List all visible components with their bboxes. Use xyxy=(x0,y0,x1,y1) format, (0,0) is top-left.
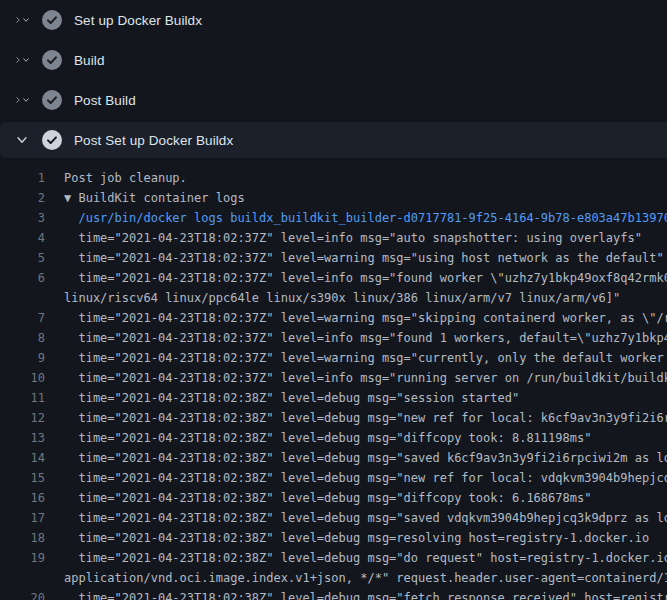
check-circle-icon xyxy=(42,90,62,110)
log-line: linux/riscv64 linux/ppc64le linux/s390x … xyxy=(0,288,667,308)
line-number: 13 xyxy=(0,428,45,448)
log-text: time="2021-04-23T18:02:38Z" level=debug … xyxy=(64,528,649,548)
log-line: 13 time="2021-04-23T18:02:38Z" level=deb… xyxy=(0,428,667,448)
log-line: 1 Post job cleanup. xyxy=(0,168,667,188)
line-number: 20 xyxy=(0,588,45,600)
line-number: 16 xyxy=(0,488,45,508)
chevron-icon xyxy=(14,52,30,68)
log-text: time="2021-04-23T18:02:38Z" level=debug … xyxy=(64,508,667,528)
log-text: time="2021-04-23T18:02:38Z" level=debug … xyxy=(64,408,667,428)
steps-list: Set up Docker Buildx Build xyxy=(0,0,667,158)
line-number: 9 xyxy=(0,348,45,368)
log-line: 3 /usr/bin/docker logs buildx_buildkit_b… xyxy=(0,208,667,228)
chevron-down-icon xyxy=(22,13,30,27)
line-number: 4 xyxy=(0,228,45,248)
line-number: 7 xyxy=(0,308,45,328)
log-line: 14 time="2021-04-23T18:02:38Z" level=deb… xyxy=(0,448,667,468)
chevron-down-icon xyxy=(22,53,30,67)
chevron-right-icon xyxy=(14,93,22,107)
log-line: 11 time="2021-04-23T18:02:38Z" level=deb… xyxy=(0,388,667,408)
log-command-text: /usr/bin/docker logs buildx_buildkit_bui… xyxy=(64,208,667,228)
line-number: 17 xyxy=(0,508,45,528)
log-text: time="2021-04-23T18:02:37Z" level=info m… xyxy=(64,328,667,348)
step-row-2[interactable]: Post Build xyxy=(0,80,667,120)
log-line: 4 time="2021-04-23T18:02:37Z" level=info… xyxy=(0,228,667,248)
log-line: 17 time="2021-04-23T18:02:38Z" level=deb… xyxy=(0,508,667,528)
log-text: time="2021-04-23T18:02:37Z" level=warnin… xyxy=(64,348,667,368)
line-number: 5 xyxy=(0,248,45,268)
chevron-right-icon xyxy=(14,53,22,67)
log-line: 19 time="2021-04-23T18:02:38Z" level=deb… xyxy=(0,548,667,568)
log-text: time="2021-04-23T18:02:38Z" level=debug … xyxy=(64,548,667,568)
log-output[interactable]: 1 Post job cleanup. 2 ▼ BuildKit contain… xyxy=(0,160,667,600)
log-line: 2 ▼ BuildKit container logs xyxy=(0,188,667,208)
log-text: time="2021-04-23T18:02:38Z" level=debug … xyxy=(64,588,667,600)
chevron-icon xyxy=(14,132,30,148)
line-number: 19 xyxy=(0,548,45,568)
line-number: 3 xyxy=(0,208,45,228)
line-number: 6 xyxy=(0,268,45,288)
log-line: 16 time="2021-04-23T18:02:38Z" level=deb… xyxy=(0,488,667,508)
chevron-right-icon xyxy=(14,13,22,27)
chevron-down-icon xyxy=(22,93,30,107)
log-line: 15 time="2021-04-23T18:02:38Z" level=deb… xyxy=(0,468,667,488)
check-circle-icon xyxy=(42,50,62,70)
log-line: 18 time="2021-04-23T18:02:38Z" level=deb… xyxy=(0,528,667,548)
chevron-icon xyxy=(14,92,30,108)
actions-log-viewer: Set up Docker Buildx Build xyxy=(0,0,667,600)
log-text: time="2021-04-23T18:02:37Z" level=warnin… xyxy=(64,308,667,328)
step-title: Set up Docker Buildx xyxy=(74,13,202,28)
line-number xyxy=(0,568,45,588)
log-text: time="2021-04-23T18:02:38Z" level=debug … xyxy=(64,448,667,468)
line-number: 18 xyxy=(0,528,45,548)
check-circle-icon xyxy=(42,10,62,30)
log-line: 10 time="2021-04-23T18:02:37Z" level=inf… xyxy=(0,368,667,388)
log-line: 12 time="2021-04-23T18:02:38Z" level=deb… xyxy=(0,408,667,428)
step-row-1[interactable]: Build xyxy=(0,40,667,80)
log-text: time="2021-04-23T18:02:37Z" level=info m… xyxy=(64,228,642,248)
step-row-3[interactable]: Post Set up Docker Buildx xyxy=(0,122,667,158)
log-text: time="2021-04-23T18:02:37Z" level=info m… xyxy=(64,268,667,288)
log-text: time="2021-04-23T18:02:38Z" level=debug … xyxy=(64,388,519,408)
log-line: 6 time="2021-04-23T18:02:37Z" level=info… xyxy=(0,268,667,288)
line-number: 1 xyxy=(0,168,45,188)
log-line: 8 time="2021-04-23T18:02:37Z" level=info… xyxy=(0,328,667,348)
log-text: time="2021-04-23T18:02:37Z" level=warnin… xyxy=(64,248,664,268)
step-title: Post Build xyxy=(74,93,136,108)
log-text: application/vnd.oci.image.index.v1+json,… xyxy=(64,568,667,588)
chevron-down-icon xyxy=(15,133,29,147)
log-text: time="2021-04-23T18:02:38Z" level=debug … xyxy=(64,428,591,448)
log-text: linux/riscv64 linux/ppc64le linux/s390x … xyxy=(64,288,620,308)
line-number: 14 xyxy=(0,448,45,468)
log-text: time="2021-04-23T18:02:37Z" level=info m… xyxy=(64,368,667,388)
step-title: Build xyxy=(74,53,105,68)
line-number: 12 xyxy=(0,408,45,428)
line-number: 8 xyxy=(0,328,45,348)
line-number: 2 xyxy=(0,188,45,208)
check-circle-icon xyxy=(42,130,62,150)
log-text: Post job cleanup. xyxy=(64,168,187,188)
step-row-0[interactable]: Set up Docker Buildx xyxy=(0,0,667,40)
log-line: 9 time="2021-04-23T18:02:37Z" level=warn… xyxy=(0,348,667,368)
line-number xyxy=(0,288,45,308)
log-text: time="2021-04-23T18:02:38Z" level=debug … xyxy=(64,488,591,508)
log-group-toggle[interactable]: ▼ BuildKit container logs xyxy=(64,188,245,208)
log-line: 20 time="2021-04-23T18:02:38Z" level=deb… xyxy=(0,588,667,600)
step-title: Post Set up Docker Buildx xyxy=(74,133,233,148)
log-text: time="2021-04-23T18:02:38Z" level=debug … xyxy=(64,468,667,488)
log-line: 7 time="2021-04-23T18:02:37Z" level=warn… xyxy=(0,308,667,328)
log-line: application/vnd.oci.image.index.v1+json,… xyxy=(0,568,667,588)
line-number: 10 xyxy=(0,368,45,388)
chevron-icon xyxy=(14,12,30,28)
log-line: 5 time="2021-04-23T18:02:37Z" level=warn… xyxy=(0,248,667,268)
line-number: 11 xyxy=(0,388,45,408)
line-number: 15 xyxy=(0,468,45,488)
